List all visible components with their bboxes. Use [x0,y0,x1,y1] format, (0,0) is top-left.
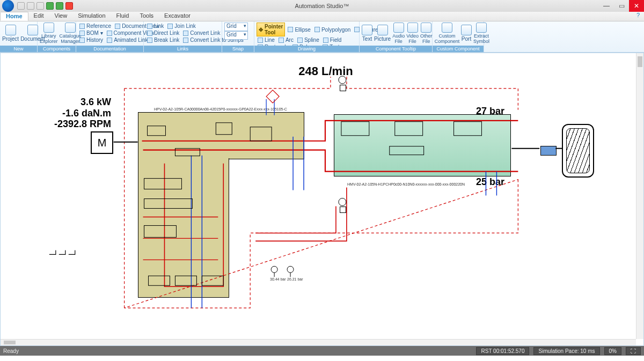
reference-button[interactable]: Reference [78,23,112,30]
svg-rect-15 [395,122,423,136]
svg-rect-14 [341,122,369,136]
qat-save-icon[interactable] [17,2,25,10]
cc-extract[interactable]: Extract Symbol [473,23,489,44]
tt-text[interactable]: Text [362,23,372,44]
status-ready: Ready [3,348,19,354]
bom-button[interactable]: BOM ▾ [78,30,104,36]
svg-rect-9 [144,199,193,209]
window-title: Automation Studio™ [295,3,349,9]
quick-access-toolbar[interactable] [17,2,73,10]
svg-point-1 [287,266,294,272]
new-project-button[interactable]: Project [2,23,19,44]
qat-run-icon[interactable] [46,2,54,10]
status-pace: Simulation Pace: 10 ms [533,347,599,355]
qat-stop-icon[interactable] [65,2,73,10]
help-icon[interactable]: ? [632,12,644,21]
qat-pause-icon[interactable] [56,2,63,10]
svg-rect-6 [216,123,232,135]
title-bar: Automation Studio™ — ▭ ✕ [0,0,644,12]
svg-rect-12 [175,276,196,285]
qat-undo-icon[interactable] [27,2,34,10]
tab-fluid[interactable]: Fluid [111,12,135,21]
breaklink-button[interactable]: Break Link [146,36,180,43]
group-snap: Grid Grid Snap [222,21,254,52]
line-button[interactable]: Line [257,36,276,43]
svg-rect-11 [149,276,170,285]
close-button[interactable]: ✕ [629,0,644,12]
polypoly-button[interactable]: Polypolygon [313,26,352,33]
arc-button[interactable]: Arc [277,36,295,43]
svg-point-0 [271,266,277,272]
tab-simulation[interactable]: Simulation [72,12,111,21]
group-documentation: ReferenceDocument View BOM ▾Component Vi… [76,21,144,52]
field-button[interactable]: Field [322,36,343,43]
app-icon [2,0,14,12]
tab-edit[interactable]: Edit [28,12,49,21]
group-drawing: ✥Pointer Tool Ellipse Polypolygon Pictur… [254,21,360,52]
group-links: LinkJoin Link Direct LinkConvert Link Br… [144,21,222,52]
svg-rect-10 [144,225,177,237]
horizontal-scrollbar[interactable] [1,339,636,345]
library-explorer-button[interactable]: Library Explorer [40,23,58,44]
tt-video[interactable]: Video File [406,23,419,44]
pointer-tool-button[interactable]: ✥Pointer Tool [257,23,285,36]
svg-rect-4 [148,126,166,136]
tab-tools[interactable]: Tools [134,12,159,21]
svg-rect-13 [202,276,223,285]
group-custom: Custom Component Port Extract Symbol Cus… [433,21,484,52]
ribbon-tabs: Home Edit View Simulation Fluid Tools Ex… [0,12,644,21]
tab-excavator[interactable]: Excavator [159,12,196,21]
snap-grid-2[interactable]: Grid [224,31,248,40]
spline-button[interactable]: Spline [296,36,320,43]
tab-home[interactable]: Home [0,12,28,21]
svg-point-2 [339,76,346,84]
tt-audio[interactable]: Audio File [392,23,405,44]
svg-rect-8 [144,179,182,189]
workspace: 248 L/min 3.6 kW -1.6 daN.m -2392.8 RPM … [0,53,644,346]
ribbon: Project Document New Library Explorer Ca… [0,21,644,53]
svg-rect-17 [390,146,424,155]
group-new: Project Document New [0,21,38,52]
snap-grid-1[interactable]: Grid [224,23,248,31]
ellipse-button[interactable]: Ellipse [287,26,311,33]
canvas[interactable]: 248 L/min 3.6 kW -1.6 daN.m -2392.8 RPM … [4,56,636,339]
cc-port[interactable]: Port [461,23,472,44]
status-zoom[interactable]: 0% [604,347,621,355]
convertlink-button[interactable]: Convert Link [182,30,221,36]
tt-other[interactable]: Other File [420,23,433,44]
svg-rect-16 [454,122,482,136]
svg-rect-7 [250,127,272,141]
status-bar: Ready RST 00:01:52.570 Simulation Pace: … [0,346,644,356]
group-tooltip: Text Picture Audio File Video File Other… [360,21,433,52]
animlink-button[interactable]: Animated Link [106,36,149,43]
history-button[interactable]: History [78,36,104,43]
status-rst: RST 00:01:52.570 [476,347,529,355]
joinlink-button[interactable]: Join Link [166,23,196,30]
group-components: Library Explorer Catalogue Manager Compo… [38,21,76,52]
tab-view[interactable]: View [49,12,73,21]
maximize-button[interactable]: ▭ [614,0,629,12]
directlink-button[interactable]: Direct Link [146,30,180,36]
vertical-scrollbar[interactable] [636,53,643,339]
pointer-icon: ✥ [259,27,263,33]
hydraulic-diagram: 248 L/min 3.6 kW -1.6 daN.m -2392.8 RPM … [4,56,636,339]
svg-point-3 [339,198,346,206]
qat-redo-icon[interactable] [36,2,44,10]
schematic-lines [4,56,636,339]
tt-picture[interactable]: Picture [374,23,391,44]
link-button[interactable]: Link [146,23,165,30]
minimize-button[interactable]: — [599,0,614,12]
cc-custom[interactable]: Custom Component [435,23,459,44]
status-extra[interactable]: ⛶ [626,347,641,355]
